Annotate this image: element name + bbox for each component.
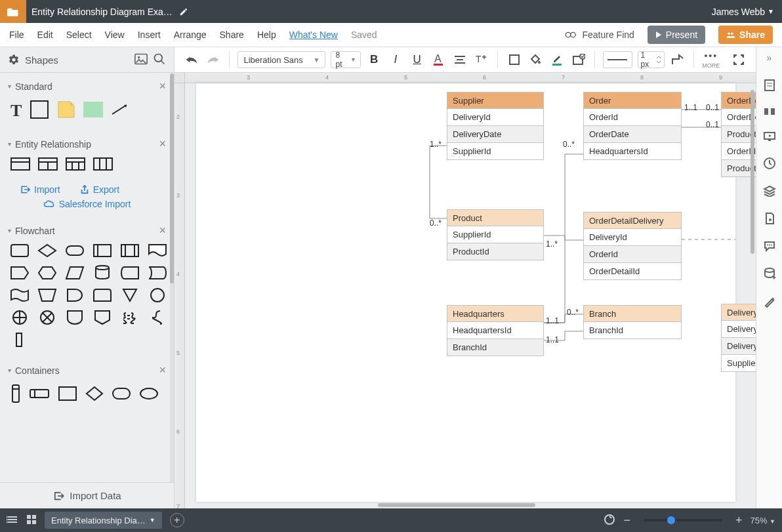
- undo-button[interactable]: [184, 51, 200, 68]
- flowchart-shape[interactable]: [147, 287, 168, 303]
- collapse-right-icon[interactable]: »: [767, 52, 772, 63]
- flowchart-shape[interactable]: [119, 310, 140, 325]
- container-shape[interactable]: [139, 387, 159, 402]
- text-options-button[interactable]: T: [473, 51, 489, 68]
- flowchart-shape[interactable]: [9, 310, 30, 325]
- search-icon[interactable]: [153, 52, 166, 68]
- flowchart-shape[interactable]: [9, 332, 30, 348]
- zoom-in-button[interactable]: +: [735, 514, 743, 527]
- flowchart-shape[interactable]: [147, 310, 168, 325]
- folder-icon[interactable]: [0, 0, 26, 23]
- section-entity[interactable]: Entity Relationship×: [0, 131, 174, 155]
- comments-icon[interactable]: [763, 107, 776, 118]
- export-link[interactable]: Export: [80, 184, 119, 195]
- entity-headquarters[interactable]: Headquarters HeadquartersId BranchId: [447, 305, 544, 356]
- container-shape[interactable]: [85, 386, 104, 403]
- present-button[interactable]: Present: [648, 26, 705, 44]
- menu-whats-new[interactable]: What's New: [289, 30, 338, 40]
- shape-block[interactable]: [83, 102, 103, 119]
- flowchart-shape[interactable]: [147, 265, 168, 281]
- line-shape-button[interactable]: [670, 51, 686, 68]
- data-icon[interactable]: [763, 267, 776, 282]
- fill-color-button[interactable]: [527, 51, 544, 68]
- flowchart-shape[interactable]: [147, 243, 168, 258]
- menu-help[interactable]: Help: [257, 30, 276, 40]
- menu-view[interactable]: View: [105, 30, 125, 40]
- flowchart-shape[interactable]: [9, 243, 30, 258]
- shape-options-button[interactable]: [570, 51, 586, 68]
- import-link[interactable]: Import: [20, 184, 60, 195]
- flowchart-shape[interactable]: [64, 287, 85, 303]
- text-color-button[interactable]: A: [430, 51, 447, 68]
- flowchart-shape[interactable]: [92, 310, 113, 325]
- zoom-out-button[interactable]: −: [623, 514, 630, 527]
- flowchart-shape[interactable]: [37, 243, 58, 258]
- shape-fill-button[interactable]: [506, 51, 522, 68]
- salesforce-import-link[interactable]: Salesforce Import: [0, 199, 174, 217]
- underline-button[interactable]: U: [409, 51, 425, 68]
- grid-icon[interactable]: [26, 514, 37, 527]
- rename-icon[interactable]: [179, 7, 188, 16]
- canvas[interactable]: 3456789 234567: [175, 73, 756, 508]
- close-icon[interactable]: ×: [159, 137, 166, 151]
- page-icon[interactable]: [764, 212, 775, 227]
- entity-order[interactable]: Order OrderId OrderDate HeadquartersId: [583, 92, 682, 160]
- zoom-level[interactable]: 75% ▼: [750, 516, 775, 525]
- shape-text[interactable]: T: [10, 101, 22, 121]
- flowchart-shape[interactable]: [119, 287, 140, 303]
- menu-share[interactable]: Share: [220, 30, 244, 40]
- share-button[interactable]: Share: [718, 26, 773, 44]
- shape-rect[interactable]: [30, 100, 49, 121]
- align-button[interactable]: [452, 51, 468, 68]
- er-shape1[interactable]: [10, 157, 30, 173]
- flowchart-shape[interactable]: [64, 310, 85, 325]
- notes-icon[interactable]: [764, 79, 775, 94]
- menu-arrange[interactable]: Arrange: [174, 30, 207, 40]
- flowchart-shape[interactable]: [92, 243, 113, 258]
- line-width-select[interactable]: 1 px: [638, 51, 665, 68]
- close-icon[interactable]: ×: [159, 224, 166, 237]
- flowchart-shape[interactable]: [92, 265, 113, 281]
- sync-icon[interactable]: [604, 514, 615, 527]
- flowchart-shape[interactable]: [9, 287, 30, 303]
- bold-button[interactable]: B: [366, 51, 382, 68]
- document-title[interactable]: Entity Relationship Diagram Exa…: [31, 7, 173, 17]
- fullscreen-button[interactable]: [730, 51, 747, 68]
- import-data-button[interactable]: Import Data: [0, 482, 174, 508]
- font-select[interactable]: Liberation Sans▼: [237, 51, 325, 68]
- gear-icon[interactable]: [8, 54, 20, 66]
- container-shape[interactable]: [10, 384, 21, 405]
- layers-icon[interactable]: [763, 185, 776, 199]
- font-size-select[interactable]: 8 pt▼: [331, 51, 360, 68]
- present-icon[interactable]: [763, 131, 776, 144]
- er-shape2[interactable]: [38, 157, 58, 173]
- flowchart-shape[interactable]: [37, 310, 58, 325]
- section-flowchart[interactable]: Flowchart×: [0, 217, 174, 241]
- flowchart-shape[interactable]: [64, 265, 85, 281]
- shape-note[interactable]: [57, 100, 75, 121]
- section-standard[interactable]: Standard×: [0, 73, 174, 97]
- entity-branch[interactable]: Branch BranchId: [583, 305, 682, 339]
- section-containers[interactable]: Containers×: [0, 357, 174, 381]
- container-shape[interactable]: [112, 387, 131, 402]
- flowchart-shape[interactable]: [119, 243, 140, 258]
- flowchart-shape[interactable]: [37, 265, 58, 281]
- more-button[interactable]: •••MORE: [702, 51, 720, 69]
- entity-product[interactable]: Product SupplierId ProductId: [447, 209, 544, 260]
- add-page-button[interactable]: +: [170, 513, 184, 527]
- flowchart-shape[interactable]: [9, 265, 30, 281]
- shape-arrow[interactable]: [111, 104, 129, 117]
- scrollbar-vertical[interactable]: [751, 90, 754, 254]
- container-shape[interactable]: [29, 388, 50, 401]
- italic-button[interactable]: I: [388, 51, 404, 68]
- scrollbar-horizontal[interactable]: [378, 503, 535, 507]
- chat-icon[interactable]: [763, 240, 776, 254]
- flowchart-shape[interactable]: [119, 265, 140, 281]
- account-menu[interactable]: James Webb▼: [712, 7, 774, 17]
- er-shape4[interactable]: [93, 157, 113, 173]
- er-shape3[interactable]: [66, 157, 85, 173]
- zoom-slider[interactable]: [644, 519, 722, 522]
- container-shape[interactable]: [58, 386, 77, 403]
- border-color-button[interactable]: [549, 51, 566, 68]
- entity-delivery[interactable]: Delivery DeliveryId DeliveryDate Supplie…: [721, 304, 756, 372]
